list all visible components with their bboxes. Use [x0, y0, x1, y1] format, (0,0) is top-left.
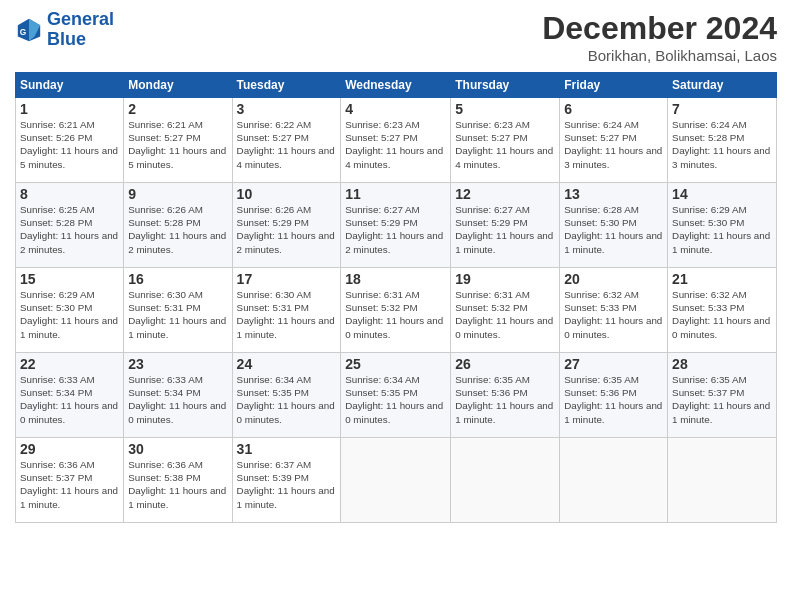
calendar-cell: 21Sunrise: 6:32 AM Sunset: 5:33 PM Dayli…: [668, 268, 777, 353]
day-number: 27: [564, 356, 663, 372]
day-info: Sunrise: 6:36 AM Sunset: 5:38 PM Dayligh…: [128, 458, 227, 511]
day-info: Sunrise: 6:24 AM Sunset: 5:28 PM Dayligh…: [672, 118, 772, 171]
day-info: Sunrise: 6:35 AM Sunset: 5:36 PM Dayligh…: [455, 373, 555, 426]
calendar-cell: 10Sunrise: 6:26 AM Sunset: 5:29 PM Dayli…: [232, 183, 341, 268]
day-info: Sunrise: 6:27 AM Sunset: 5:29 PM Dayligh…: [345, 203, 446, 256]
day-number: 14: [672, 186, 772, 202]
calendar-cell: 27Sunrise: 6:35 AM Sunset: 5:36 PM Dayli…: [560, 353, 668, 438]
calendar-container: G General Blue December 2024 Borikhan, B…: [0, 0, 792, 612]
day-info: Sunrise: 6:32 AM Sunset: 5:33 PM Dayligh…: [564, 288, 663, 341]
day-info: Sunrise: 6:28 AM Sunset: 5:30 PM Dayligh…: [564, 203, 663, 256]
day-number: 15: [20, 271, 119, 287]
month-title: December 2024: [542, 10, 777, 47]
logo-text: General Blue: [47, 10, 114, 50]
day-info: Sunrise: 6:29 AM Sunset: 5:30 PM Dayligh…: [672, 203, 772, 256]
calendar-cell: 17Sunrise: 6:30 AM Sunset: 5:31 PM Dayli…: [232, 268, 341, 353]
day-info: Sunrise: 6:23 AM Sunset: 5:27 PM Dayligh…: [345, 118, 446, 171]
day-info: Sunrise: 6:34 AM Sunset: 5:35 PM Dayligh…: [237, 373, 337, 426]
calendar-cell: 18Sunrise: 6:31 AM Sunset: 5:32 PM Dayli…: [341, 268, 451, 353]
calendar-cell: 19Sunrise: 6:31 AM Sunset: 5:32 PM Dayli…: [451, 268, 560, 353]
day-number: 21: [672, 271, 772, 287]
calendar-cell: 5Sunrise: 6:23 AM Sunset: 5:27 PM Daylig…: [451, 98, 560, 183]
header-saturday: Saturday: [668, 73, 777, 98]
day-number: 7: [672, 101, 772, 117]
day-info: Sunrise: 6:33 AM Sunset: 5:34 PM Dayligh…: [20, 373, 119, 426]
svg-text:G: G: [20, 26, 27, 36]
day-info: Sunrise: 6:37 AM Sunset: 5:39 PM Dayligh…: [237, 458, 337, 511]
calendar-cell: 9Sunrise: 6:26 AM Sunset: 5:28 PM Daylig…: [124, 183, 232, 268]
day-info: Sunrise: 6:34 AM Sunset: 5:35 PM Dayligh…: [345, 373, 446, 426]
calendar-cell: 15Sunrise: 6:29 AM Sunset: 5:30 PM Dayli…: [16, 268, 124, 353]
logo-blue: Blue: [47, 29, 86, 49]
calendar-cell: 14Sunrise: 6:29 AM Sunset: 5:30 PM Dayli…: [668, 183, 777, 268]
location: Borikhan, Bolikhamsai, Laos: [542, 47, 777, 64]
calendar-cell: 29Sunrise: 6:36 AM Sunset: 5:37 PM Dayli…: [16, 438, 124, 523]
day-number: 19: [455, 271, 555, 287]
weekday-header-row: Sunday Monday Tuesday Wednesday Thursday…: [16, 73, 777, 98]
day-number: 26: [455, 356, 555, 372]
calendar-cell: 28Sunrise: 6:35 AM Sunset: 5:37 PM Dayli…: [668, 353, 777, 438]
day-info: Sunrise: 6:36 AM Sunset: 5:37 PM Dayligh…: [20, 458, 119, 511]
day-number: 25: [345, 356, 446, 372]
day-number: 8: [20, 186, 119, 202]
day-number: 10: [237, 186, 337, 202]
day-number: 24: [237, 356, 337, 372]
calendar-cell: 6Sunrise: 6:24 AM Sunset: 5:27 PM Daylig…: [560, 98, 668, 183]
calendar-cell: 30Sunrise: 6:36 AM Sunset: 5:38 PM Dayli…: [124, 438, 232, 523]
day-number: 23: [128, 356, 227, 372]
header-tuesday: Tuesday: [232, 73, 341, 98]
day-info: Sunrise: 6:24 AM Sunset: 5:27 PM Dayligh…: [564, 118, 663, 171]
day-number: 13: [564, 186, 663, 202]
title-block: December 2024 Borikhan, Bolikhamsai, Lao…: [542, 10, 777, 64]
calendar-cell: 8Sunrise: 6:25 AM Sunset: 5:28 PM Daylig…: [16, 183, 124, 268]
day-info: Sunrise: 6:23 AM Sunset: 5:27 PM Dayligh…: [455, 118, 555, 171]
calendar-cell: 12Sunrise: 6:27 AM Sunset: 5:29 PM Dayli…: [451, 183, 560, 268]
calendar-week-5: 29Sunrise: 6:36 AM Sunset: 5:37 PM Dayli…: [16, 438, 777, 523]
day-number: 5: [455, 101, 555, 117]
day-number: 29: [20, 441, 119, 457]
header-monday: Monday: [124, 73, 232, 98]
day-number: 17: [237, 271, 337, 287]
calendar-cell: 3Sunrise: 6:22 AM Sunset: 5:27 PM Daylig…: [232, 98, 341, 183]
calendar-week-2: 8Sunrise: 6:25 AM Sunset: 5:28 PM Daylig…: [16, 183, 777, 268]
calendar-cell: 23Sunrise: 6:33 AM Sunset: 5:34 PM Dayli…: [124, 353, 232, 438]
day-info: Sunrise: 6:30 AM Sunset: 5:31 PM Dayligh…: [128, 288, 227, 341]
day-info: Sunrise: 6:26 AM Sunset: 5:29 PM Dayligh…: [237, 203, 337, 256]
calendar-cell: 4Sunrise: 6:23 AM Sunset: 5:27 PM Daylig…: [341, 98, 451, 183]
calendar-cell: [560, 438, 668, 523]
day-number: 9: [128, 186, 227, 202]
day-number: 30: [128, 441, 227, 457]
calendar-cell: 1Sunrise: 6:21 AM Sunset: 5:26 PM Daylig…: [16, 98, 124, 183]
calendar-cell: [451, 438, 560, 523]
day-number: 31: [237, 441, 337, 457]
day-number: 20: [564, 271, 663, 287]
calendar-cell: [668, 438, 777, 523]
day-info: Sunrise: 6:29 AM Sunset: 5:30 PM Dayligh…: [20, 288, 119, 341]
header-wednesday: Wednesday: [341, 73, 451, 98]
calendar-cell: 22Sunrise: 6:33 AM Sunset: 5:34 PM Dayli…: [16, 353, 124, 438]
calendar-cell: 26Sunrise: 6:35 AM Sunset: 5:36 PM Dayli…: [451, 353, 560, 438]
day-number: 3: [237, 101, 337, 117]
calendar-header: G General Blue December 2024 Borikhan, B…: [15, 10, 777, 64]
day-info: Sunrise: 6:32 AM Sunset: 5:33 PM Dayligh…: [672, 288, 772, 341]
day-number: 22: [20, 356, 119, 372]
day-number: 12: [455, 186, 555, 202]
day-info: Sunrise: 6:26 AM Sunset: 5:28 PM Dayligh…: [128, 203, 227, 256]
day-number: 28: [672, 356, 772, 372]
day-number: 18: [345, 271, 446, 287]
calendar-cell: 31Sunrise: 6:37 AM Sunset: 5:39 PM Dayli…: [232, 438, 341, 523]
day-number: 16: [128, 271, 227, 287]
day-info: Sunrise: 6:35 AM Sunset: 5:36 PM Dayligh…: [564, 373, 663, 426]
calendar-cell: 11Sunrise: 6:27 AM Sunset: 5:29 PM Dayli…: [341, 183, 451, 268]
calendar-cell: 24Sunrise: 6:34 AM Sunset: 5:35 PM Dayli…: [232, 353, 341, 438]
calendar-cell: 16Sunrise: 6:30 AM Sunset: 5:31 PM Dayli…: [124, 268, 232, 353]
day-info: Sunrise: 6:21 AM Sunset: 5:26 PM Dayligh…: [20, 118, 119, 171]
calendar-cell: 20Sunrise: 6:32 AM Sunset: 5:33 PM Dayli…: [560, 268, 668, 353]
calendar-cell: [341, 438, 451, 523]
day-info: Sunrise: 6:25 AM Sunset: 5:28 PM Dayligh…: [20, 203, 119, 256]
day-info: Sunrise: 6:31 AM Sunset: 5:32 PM Dayligh…: [455, 288, 555, 341]
day-number: 1: [20, 101, 119, 117]
day-info: Sunrise: 6:31 AM Sunset: 5:32 PM Dayligh…: [345, 288, 446, 341]
day-info: Sunrise: 6:21 AM Sunset: 5:27 PM Dayligh…: [128, 118, 227, 171]
calendar-week-3: 15Sunrise: 6:29 AM Sunset: 5:30 PM Dayli…: [16, 268, 777, 353]
